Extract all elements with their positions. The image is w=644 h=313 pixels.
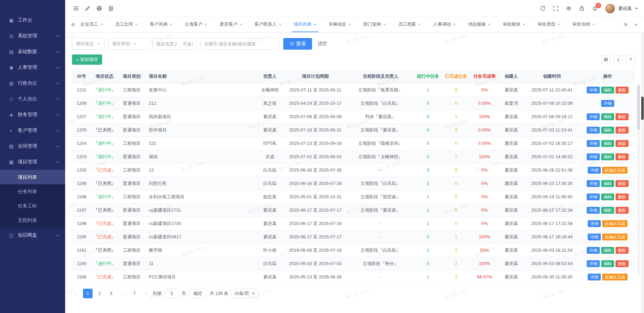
action-detail-button[interactable]: 详细 xyxy=(588,274,601,280)
keyword-input[interactable] xyxy=(200,38,280,50)
sidebar-item-admin-office[interactable]: ▥行政办公 xyxy=(0,75,65,91)
column-settings-icon[interactable] xyxy=(601,55,610,64)
close-icon[interactable]: × xyxy=(383,22,386,27)
language-globe-icon[interactable] xyxy=(93,3,105,14)
page-scrollbar-thumb[interactable] xyxy=(641,97,644,120)
export-download-icon[interactable] xyxy=(614,55,623,64)
close-icon[interactable]: × xyxy=(348,22,351,27)
action-detail-button[interactable]: 详细 xyxy=(587,87,600,93)
project-category-select[interactable]: 项目类别 xyxy=(108,38,149,50)
fullscreen-icon[interactable] xyxy=(550,3,561,14)
tab[interactable]: 员工合同× xyxy=(113,17,140,32)
table-scrollbar[interactable] xyxy=(637,84,640,276)
sidebar-subitem[interactable]: 任务列表 xyxy=(0,184,65,199)
action-delete-button[interactable]: 删除 xyxy=(616,140,629,147)
action-edit-button[interactable]: 编辑 xyxy=(601,180,614,187)
page-scrollbar[interactable] xyxy=(641,33,644,313)
tab[interactable]: 客户联系人× xyxy=(252,17,284,32)
tab[interactable]: 部门架构× xyxy=(361,17,388,32)
action-edit-button[interactable]: 编辑 xyxy=(601,87,614,93)
close-icon[interactable]: × xyxy=(453,22,456,27)
action-detail-button[interactable]: 详细 xyxy=(587,193,600,200)
action-unconfirm-button[interactable]: 反确认完成 xyxy=(602,167,628,174)
menu-collapse-icon[interactable] xyxy=(70,3,82,14)
action-delete-button[interactable]: 删除 xyxy=(616,260,629,267)
sidebar-item-workbench[interactable]: ▣工作台 xyxy=(0,12,65,28)
chevron-down-icon[interactable] xyxy=(635,8,638,11)
tab[interactable]: 审批流程× xyxy=(570,17,597,32)
username[interactable]: 素还真 xyxy=(618,5,632,12)
action-edit-button[interactable]: 编辑 xyxy=(601,193,614,200)
project-status-select[interactable]: 项目状态 xyxy=(72,38,105,50)
project-owner-input[interactable] xyxy=(152,38,197,50)
action-delete-button[interactable]: 删除 xyxy=(616,193,629,200)
pager-page[interactable]: 3 xyxy=(106,289,116,298)
page-size-select[interactable]: 20条/页 xyxy=(231,289,258,298)
close-icon[interactable]: × xyxy=(523,22,525,27)
action-detail-button[interactable]: 详细 xyxy=(587,180,600,187)
action-delete-button[interactable]: 删除 xyxy=(616,153,629,160)
tab[interactable]: 公海客户× xyxy=(183,17,210,32)
theme-tool-icon[interactable] xyxy=(82,3,93,14)
action-edit-button[interactable]: 编辑 xyxy=(601,127,614,134)
close-icon[interactable]: × xyxy=(314,22,317,27)
close-icon[interactable]: × xyxy=(488,22,491,27)
action-unconfirm-button[interactable]: 反确认完成 xyxy=(602,234,628,240)
action-edit-button[interactable]: 编辑 xyxy=(601,260,614,267)
action-delete-button[interactable]: 删除 xyxy=(616,180,629,187)
close-icon[interactable]: × xyxy=(592,22,595,27)
action-edit-button[interactable]: 编辑 xyxy=(601,140,614,147)
action-detail-button[interactable]: 详细 xyxy=(601,100,614,107)
sidebar-subitem[interactable]: 文档列表 xyxy=(0,213,65,227)
action-delete-button[interactable]: 删除 xyxy=(616,113,629,120)
settings-gear-icon[interactable] xyxy=(563,3,574,14)
lock-icon[interactable] xyxy=(576,3,587,14)
action-detail-button[interactable]: 详细 xyxy=(587,260,600,267)
pager-next-icon[interactable]: › xyxy=(142,289,150,298)
sidebar-item-customer[interactable]: ◐客户管理 xyxy=(0,123,65,138)
tab[interactable]: 客户列表× xyxy=(148,17,175,32)
tab[interactable]: 审批模块× xyxy=(501,17,527,32)
add-project-button[interactable]: + 添加项目 xyxy=(72,54,102,65)
sidebar-item-knowledge[interactable]: ◫知识网盘 xyxy=(0,227,65,243)
action-detail-button[interactable]: 详细 xyxy=(588,220,601,227)
action-edit-button[interactable]: 编辑 xyxy=(601,207,614,214)
table-scrollbar-thumb[interactable] xyxy=(637,85,640,130)
sidebar-item-project[interactable]: ▦项目管理 xyxy=(0,154,65,170)
close-icon[interactable]: × xyxy=(558,22,560,27)
action-delete-button[interactable]: 删除 xyxy=(616,87,629,93)
sidebar-subitem[interactable]: 项目列表 xyxy=(0,170,65,184)
sidebar-item-system[interactable]: ◎系统管理 xyxy=(0,28,65,44)
close-icon[interactable]: × xyxy=(418,22,421,27)
close-icon[interactable]: × xyxy=(135,22,138,27)
close-icon[interactable]: × xyxy=(239,22,242,27)
pager-page[interactable]: 2 xyxy=(95,289,104,298)
action-detail-button[interactable]: 详细 xyxy=(587,127,600,134)
tab[interactable]: 人事调动× xyxy=(431,17,458,32)
action-detail-button[interactable]: 详细 xyxy=(587,140,600,147)
sidebar-item-hr[interactable]: ◉人事管理 xyxy=(0,60,65,75)
tabs-scroll-right-icon[interactable] xyxy=(621,17,631,32)
tab[interactable]: 项目列表× xyxy=(292,17,319,32)
tabs-scroll-left-icon[interactable] xyxy=(68,17,78,32)
action-delete-button[interactable]: 删除 xyxy=(616,127,629,134)
action-detail-button[interactable]: 详细 xyxy=(588,167,601,174)
action-edit-button[interactable]: 编辑 xyxy=(601,153,614,160)
tab[interactable]: 员工档案× xyxy=(396,17,423,32)
sidebar-item-base-data[interactable]: ▤基础数据 xyxy=(0,44,65,60)
close-icon[interactable]: × xyxy=(170,22,172,27)
tab[interactable]: 车辆信息× xyxy=(326,17,353,32)
tab[interactable]: 审批类型× xyxy=(536,17,562,32)
close-icon[interactable]: × xyxy=(100,22,103,27)
pager-prev-icon[interactable]: ‹ xyxy=(72,289,80,298)
close-icon[interactable]: × xyxy=(279,22,282,27)
action-edit-button[interactable]: 编辑 xyxy=(601,247,614,254)
action-detail-button[interactable]: 详细 xyxy=(587,247,600,254)
refresh-icon[interactable] xyxy=(537,3,548,14)
sidebar-item-finance[interactable]: ◈财务管理 xyxy=(0,107,65,123)
pager-jump-input[interactable] xyxy=(165,289,179,298)
avatar[interactable] xyxy=(605,4,615,13)
help-icon[interactable]: ? xyxy=(626,55,635,64)
pager-page[interactable]: 1 xyxy=(83,289,93,298)
clear-button[interactable]: 清空 xyxy=(318,41,327,47)
